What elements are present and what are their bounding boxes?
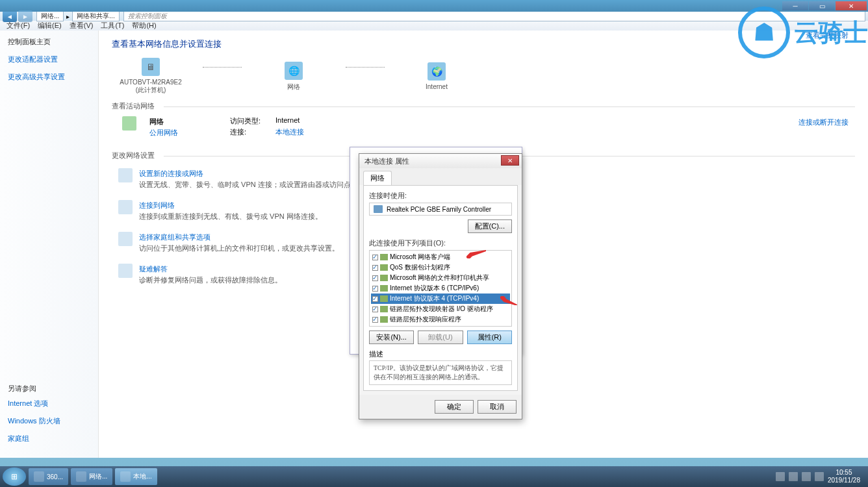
list-item-label: Microsoft 网络的文件和打印机共享 xyxy=(390,273,489,282)
list-item-label: 链路层拓扑发现映射器 I/O 驱动程序 xyxy=(390,305,493,314)
active-network-type[interactable]: 公用网络 xyxy=(149,127,178,138)
taskbar-item[interactable]: 网络... xyxy=(71,468,112,485)
list-item[interactable]: QoS 数据包计划程序 xyxy=(371,262,510,273)
tab-network[interactable]: 网络 xyxy=(363,171,392,185)
adapter-icon xyxy=(374,205,383,213)
menu-help[interactable]: 帮助(H) xyxy=(128,21,160,31)
setting-title[interactable]: 设置新的连接或网络 xyxy=(139,168,358,179)
configure-button[interactable]: 配置(C)... xyxy=(468,219,512,233)
dialog-close-button[interactable]: ✕ xyxy=(501,155,519,166)
sidebar-link-sharing[interactable]: 更改高级共享设置 xyxy=(8,72,90,82)
menu-view[interactable]: 查看(V) xyxy=(66,21,97,31)
internet-icon: 🌍 xyxy=(428,62,446,81)
list-item[interactable]: Internet 协议版本 6 (TCP/IPv6) xyxy=(371,283,510,293)
setting-desc: 设置无线、宽带、拨号、临时或 VPN 连接；或设置路由器或访问点。 xyxy=(139,181,358,188)
access-type-label: 访问类型: xyxy=(230,116,269,126)
sidebar-link-internet-options[interactable]: Internet 选项 xyxy=(8,399,90,408)
titlebar: ─ ▭ ✕ xyxy=(0,0,868,12)
checkbox[interactable] xyxy=(372,255,378,260)
protocol-list[interactable]: Microsoft 网络客户端 QoS 数据包计划程序 Microsoft 网络… xyxy=(369,250,512,327)
checkbox[interactable] xyxy=(372,306,378,312)
breadcrumb-seg[interactable]: 网络... xyxy=(36,11,64,21)
network-icon: 🌐 xyxy=(285,62,303,80)
checkbox[interactable] xyxy=(372,296,378,302)
list-item-ipv4[interactable]: Internet 协议版本 4 (TCP/IPv4) xyxy=(371,293,510,304)
maximize-button[interactable]: ▭ xyxy=(809,1,835,10)
connect-icon xyxy=(118,200,133,214)
list-item-label: QoS 数据包计划程序 xyxy=(390,263,450,272)
setting-desc: 连接到或重新连接到无线、有线、拨号或 VPN 网络连接。 xyxy=(139,212,322,220)
setting-desc: 访问位于其他网络计算机上的文件和打印机，或更改共享设置。 xyxy=(139,244,339,252)
page-heading: 查看基本网络信息并设置连接 xyxy=(112,38,855,50)
close-button[interactable]: ✕ xyxy=(836,1,867,10)
node-pc: 🖥 AUTOBVT-M2RA9E2 (此计算机) xyxy=(112,58,190,95)
properties-button[interactable]: 属性(R) xyxy=(467,331,512,344)
node-network: 🌐 网络 xyxy=(255,62,333,92)
description-text: TCP/IP。该协议是默认的广域网络协议，它提供在不同的相互连接的网络上的通讯。 xyxy=(369,360,512,385)
dialog-title: 本地连接 属性 xyxy=(364,156,409,166)
dialog-tabs: 网络 xyxy=(359,168,522,185)
tray-up-icon[interactable] xyxy=(776,472,785,481)
protocol-icon xyxy=(380,295,388,302)
install-button[interactable]: 安装(N)... xyxy=(369,331,414,344)
uninstall-button[interactable]: 卸载(U) xyxy=(418,331,463,344)
taskbar: ⊞ 360... 网络... 本地... 10:55 2019/11/28 xyxy=(0,466,868,487)
sidebar-link-adapter[interactable]: 更改适配器设置 xyxy=(8,55,90,64)
menu-file[interactable]: 文件(F) xyxy=(3,21,34,31)
menu-bar: 文件(F) 编辑(E) 查看(V) 工具(T) 帮助(H) xyxy=(0,21,868,31)
sidebar-link-homegroup[interactable]: 家庭组 xyxy=(8,434,90,443)
sidebar-see-also: 另请参阅 xyxy=(8,384,90,393)
checkbox[interactable] xyxy=(372,317,378,323)
search-input[interactable]: 搜索控制面板 xyxy=(123,11,865,21)
setting-desc: 诊断并修复网络问题，或获得故障排除信息。 xyxy=(139,276,282,284)
address-bar: ◄ ► 网络... ▸ 网络和共享... 搜索控制面板 xyxy=(0,12,868,21)
forward-button[interactable]: ► xyxy=(18,10,32,22)
sidebar-title[interactable]: 控制面板主页 xyxy=(8,37,90,47)
network-map: 🖥 AUTOBVT-M2RA9E2 (此计算机) 🌐 网络 🌍 Internet xyxy=(112,58,855,95)
minimize-button[interactable]: ─ xyxy=(782,1,808,10)
tray-flag-icon[interactable] xyxy=(789,472,798,481)
pc-icon: 🖥 xyxy=(142,58,160,76)
list-item[interactable]: 链路层拓扑发现映射器 I/O 驱动程序 xyxy=(371,304,510,314)
setting-title[interactable]: 选择家庭组和共享选项 xyxy=(139,232,339,243)
sidebar-link-firewall[interactable]: Windows 防火墙 xyxy=(8,416,90,426)
connect-disconnect-link[interactable]: 连接或断开连接 xyxy=(798,118,849,127)
list-item[interactable]: Microsoft 网络的文件和打印机共享 xyxy=(371,273,510,283)
setting-title[interactable]: 疑难解答 xyxy=(139,264,282,275)
clock[interactable]: 10:55 2019/11/28 xyxy=(828,469,860,484)
dialog-titlebar[interactable]: 本地连接 属性 ✕ xyxy=(359,154,522,168)
menu-tools[interactable]: 工具(T) xyxy=(97,21,128,31)
taskbar-item[interactable]: 360... xyxy=(29,468,68,485)
checkbox[interactable] xyxy=(372,275,378,281)
setting-title[interactable]: 连接到网络 xyxy=(139,200,322,211)
breadcrumb-seg[interactable]: 网络和共享... xyxy=(72,11,119,21)
taskbar-item[interactable]: 本地... xyxy=(115,468,157,485)
node-network-label: 网络 xyxy=(287,82,300,92)
cancel-button[interactable]: 取消 xyxy=(478,400,517,414)
tray-network-icon[interactable] xyxy=(802,472,811,481)
breadcrumb[interactable]: 网络... ▸ 网络和共享... xyxy=(36,11,120,21)
connection-link[interactable]: 本地连接 xyxy=(275,127,304,137)
menu-edit[interactable]: 编辑(E) xyxy=(34,21,66,31)
view-full-map-link[interactable]: 查看完整映射 xyxy=(806,31,849,40)
node-pc-label: AUTOBVT-M2RA9E2 xyxy=(120,79,181,86)
checkbox[interactable] xyxy=(372,265,378,271)
list-item-label: Microsoft 网络客户端 xyxy=(390,253,450,262)
start-button[interactable]: ⊞ xyxy=(3,468,26,486)
node-internet: 🌍 Internet xyxy=(398,62,476,90)
protocol-buttons: 安装(N)... 卸载(U) 属性(R) xyxy=(369,331,512,344)
access-type-value: Internet xyxy=(275,116,304,126)
list-item[interactable]: Microsoft 网络客户端 xyxy=(371,252,510,262)
taskbar-label: 本地... xyxy=(133,472,151,481)
ok-button[interactable]: 确定 xyxy=(435,400,474,414)
protocol-icon xyxy=(380,285,388,292)
protocol-icon xyxy=(380,306,388,312)
list-item[interactable]: 链路层拓扑发现响应程序 xyxy=(371,314,510,325)
node-pc-sublabel: (此计算机) xyxy=(136,86,166,95)
map-line xyxy=(346,67,385,68)
list-item-label: Internet 协议版本 4 (TCP/IPv4) xyxy=(390,294,479,303)
adapter-field: Realtek PCIe GBE Family Controller xyxy=(369,203,512,216)
tray-volume-icon[interactable] xyxy=(815,472,824,481)
checkbox[interactable] xyxy=(372,286,378,292)
wizard-icon xyxy=(118,168,133,182)
